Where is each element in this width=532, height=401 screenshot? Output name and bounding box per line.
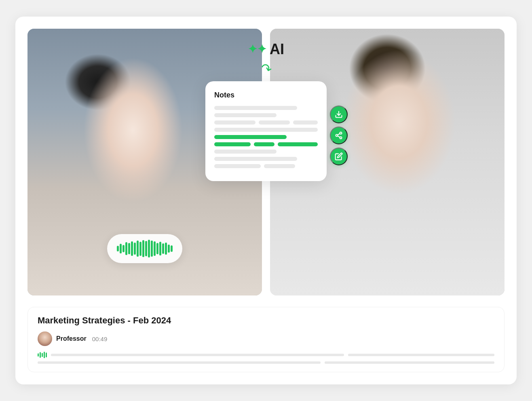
note-line-green-2b — [254, 142, 274, 146]
arrow-icon: ↷ — [259, 60, 273, 78]
share-button[interactable] — [330, 127, 348, 144]
progress-row-2 — [38, 361, 494, 364]
note-line-1 — [214, 106, 297, 110]
avatar — [38, 331, 52, 346]
top-section: ✦✦ AI ↷ Notes — [27, 29, 505, 295]
progress-bar-3 — [38, 361, 321, 364]
waveform-badge — [107, 234, 182, 263]
speaker-row: Professor 00:49 — [38, 331, 494, 346]
progress-bar-1[interactable] — [51, 354, 344, 356]
note-line-green-2a — [214, 142, 251, 146]
progress-rows — [38, 352, 494, 364]
progress-bar-2 — [348, 354, 494, 356]
notes-card: Notes — [205, 81, 327, 181]
waveform-visual — [117, 240, 173, 257]
progress-bar-fill-3 — [38, 361, 137, 364]
note-line-7b — [264, 164, 295, 168]
center-overlay: ✦✦ AI ↷ Notes — [197, 29, 335, 295]
note-line-3c — [293, 120, 318, 125]
speaker-time: 00:49 — [92, 336, 108, 342]
progress-bar-4 — [325, 361, 494, 364]
note-line-2 — [214, 113, 277, 117]
action-buttons-group — [330, 106, 348, 165]
svg-line-4 — [338, 136, 340, 137]
note-line-green-2c — [278, 142, 318, 146]
mini-waveform — [38, 352, 47, 358]
ai-label-group: ✦✦ AI — [248, 41, 284, 58]
speaker-name: Professor — [56, 335, 87, 342]
progress-row-1 — [38, 352, 494, 358]
note-line-green-1 — [214, 135, 287, 139]
meeting-title: Marketing Strategies - Feb 2024 — [38, 315, 494, 326]
bottom-section: Marketing Strategies - Feb 2024 Professo… — [27, 307, 505, 372]
note-line-3b — [259, 120, 290, 125]
progress-bar-fill-2 — [348, 354, 494, 356]
note-line-3a — [214, 120, 255, 125]
note-line-5 — [214, 150, 277, 154]
note-line-7a — [214, 164, 261, 168]
note-line-4 — [214, 128, 318, 132]
progress-bar-fill-1 — [51, 354, 197, 356]
progress-bar-fill-4 — [325, 361, 494, 364]
sparkle-icon: ✦✦ — [248, 44, 266, 55]
avatar-image — [38, 331, 52, 346]
main-card: ✦✦ AI ↷ Notes — [15, 17, 517, 384]
ai-text: AI — [270, 41, 284, 58]
edit-button[interactable] — [330, 148, 348, 165]
note-line-6 — [214, 157, 297, 161]
svg-line-5 — [338, 133, 340, 135]
download-button[interactable] — [330, 106, 348, 123]
notes-title: Notes — [214, 91, 318, 99]
